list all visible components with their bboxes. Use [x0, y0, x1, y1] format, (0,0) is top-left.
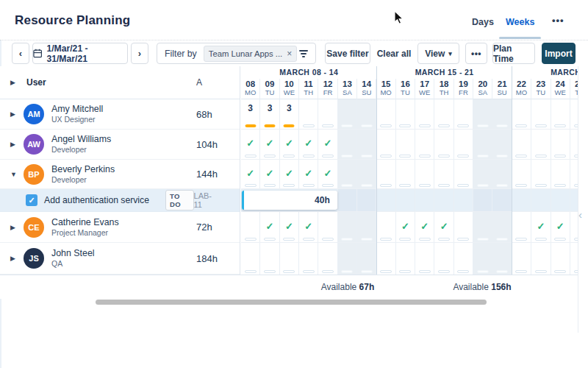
day-cell[interactable]: ✓: [299, 212, 318, 242]
day-cell[interactable]: ✓: [318, 160, 337, 188]
day-cell[interactable]: [531, 130, 551, 159]
day-cell[interactable]: [415, 160, 434, 188]
import-button[interactable]: Import: [542, 43, 576, 64]
day-cell[interactable]: [512, 189, 531, 211]
day-cell[interactable]: [512, 99, 531, 129]
day-cell[interactable]: [531, 189, 551, 211]
chip-remove-icon[interactable]: ×: [287, 49, 292, 59]
tab-days[interactable]: Days: [472, 17, 494, 27]
day-cell[interactable]: [299, 99, 318, 129]
day-cell[interactable]: [241, 212, 260, 242]
day-cell[interactable]: 3: [280, 99, 299, 129]
day-cell[interactable]: [376, 130, 395, 159]
day-cell[interactable]: [454, 243, 473, 275]
day-cell[interactable]: [434, 160, 453, 188]
day-cell[interactable]: ✓: [260, 160, 279, 188]
day-cell[interactable]: ✓: [551, 212, 570, 242]
day-cell[interactable]: [318, 212, 337, 242]
day-cell[interactable]: ✓: [434, 212, 453, 242]
day-cell[interactable]: [396, 243, 415, 275]
day-cell[interactable]: [338, 99, 357, 129]
scroll-left-icon[interactable]: ‹: [578, 208, 582, 221]
expand-arrow-icon[interactable]: ▶: [10, 255, 18, 262]
date-range-button[interactable]: 1/Mar/21 - 31/Mar/21: [32, 43, 128, 64]
expand-arrow-icon[interactable]: ▶: [10, 110, 18, 118]
day-cell[interactable]: [376, 189, 395, 211]
collapse-arrow-icon[interactable]: ▼: [10, 171, 18, 178]
day-cell[interactable]: [512, 160, 531, 188]
day-cell[interactable]: [531, 160, 551, 188]
day-cell[interactable]: [357, 130, 376, 159]
day-cell[interactable]: [531, 243, 551, 275]
day-cell[interactable]: [473, 130, 492, 159]
day-cell[interactable]: [454, 212, 473, 242]
day-cell[interactable]: 3: [260, 99, 279, 129]
day-cell[interactable]: [318, 243, 337, 275]
day-cell[interactable]: [492, 130, 512, 159]
save-filter-button[interactable]: Save filter: [325, 43, 370, 64]
filter-funnel-icon[interactable]: [299, 50, 308, 57]
day-cell[interactable]: [473, 212, 492, 242]
expand-arrow-icon[interactable]: ▶: [10, 224, 18, 231]
day-cell[interactable]: [570, 212, 578, 242]
day-cell[interactable]: ✓: [260, 130, 279, 159]
day-cell[interactable]: [473, 160, 492, 188]
day-cell[interactable]: [473, 99, 492, 129]
day-cell[interactable]: ✓: [241, 130, 260, 159]
filter-chip[interactable]: Team Lunar Apps ... ×: [204, 46, 298, 62]
day-cell[interactable]: [492, 160, 512, 188]
day-cell[interactable]: [512, 130, 531, 159]
view-dropdown[interactable]: View ▾: [417, 43, 459, 64]
day-cell[interactable]: [570, 189, 578, 211]
task-allocation-bar[interactable]: 40h: [242, 191, 337, 210]
toolbar-more-button[interactable]: •••: [465, 43, 487, 64]
day-cell[interactable]: [415, 99, 434, 129]
day-cell[interactable]: [434, 130, 453, 159]
day-cell[interactable]: [318, 99, 337, 129]
day-cell[interactable]: ✓: [318, 130, 337, 159]
day-cell[interactable]: [338, 160, 357, 188]
day-cell[interactable]: [376, 243, 395, 275]
day-cell[interactable]: [454, 130, 473, 159]
day-cell[interactable]: [454, 189, 473, 211]
task-checkbox[interactable]: ✓: [26, 194, 37, 206]
user-row[interactable]: ▶JSJohn SteelQA184h: [0, 243, 240, 275]
day-cell[interactable]: [396, 99, 415, 129]
user-row[interactable]: ▼BPBeverly PerkinsDeveloper144h: [0, 160, 240, 189]
day-cell[interactable]: [473, 243, 492, 275]
day-cell[interactable]: [551, 130, 570, 159]
day-cell[interactable]: [338, 189, 357, 211]
next-period-button[interactable]: ›: [131, 43, 148, 64]
day-cell[interactable]: [570, 99, 578, 129]
day-cell[interactable]: [570, 243, 578, 275]
day-cell[interactable]: [376, 212, 395, 242]
day-cell[interactable]: ✓: [396, 212, 415, 242]
day-cell[interactable]: [357, 212, 376, 242]
day-cell[interactable]: ✓: [415, 212, 434, 242]
day-cell[interactable]: [241, 243, 260, 275]
day-cell[interactable]: [396, 130, 415, 159]
horizontal-scrollbar[interactable]: [96, 300, 487, 305]
day-cell[interactable]: [338, 130, 357, 159]
day-cell[interactable]: [551, 189, 570, 211]
day-cell[interactable]: ✓: [299, 130, 318, 159]
day-cell[interactable]: [396, 160, 415, 188]
day-cell[interactable]: [357, 243, 376, 275]
day-cell[interactable]: ✓: [280, 212, 299, 242]
day-cell[interactable]: [454, 160, 473, 188]
user-row[interactable]: ▶AWAngel WilliamsDeveloper104h: [0, 130, 240, 160]
day-cell[interactable]: [338, 243, 357, 275]
more-menu-icon[interactable]: •••: [552, 15, 564, 26]
day-cell[interactable]: [434, 189, 453, 211]
day-cell[interactable]: ✓: [260, 212, 279, 242]
day-cell[interactable]: [357, 99, 376, 129]
day-cell[interactable]: [473, 189, 492, 211]
day-cell[interactable]: [570, 160, 578, 188]
day-cell[interactable]: [492, 243, 512, 275]
day-cell[interactable]: [357, 189, 376, 211]
day-cell[interactable]: [415, 243, 434, 275]
expand-arrow-icon[interactable]: ▶: [10, 141, 18, 148]
day-cell[interactable]: [376, 99, 395, 129]
day-cell[interactable]: [338, 212, 357, 242]
day-cell[interactable]: [551, 160, 570, 188]
